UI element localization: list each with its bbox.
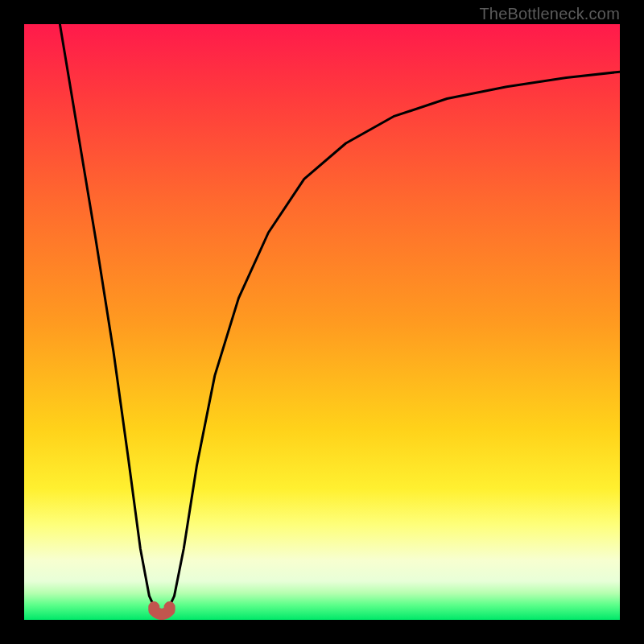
- curve-path: [60, 24, 620, 614]
- chart-frame: TheBottleneck.com: [0, 0, 644, 644]
- minimum-marker: [154, 607, 169, 614]
- watermark-text: TheBottleneck.com: [479, 5, 620, 23]
- plot-area: [24, 24, 620, 620]
- bottleneck-curve: [24, 24, 620, 620]
